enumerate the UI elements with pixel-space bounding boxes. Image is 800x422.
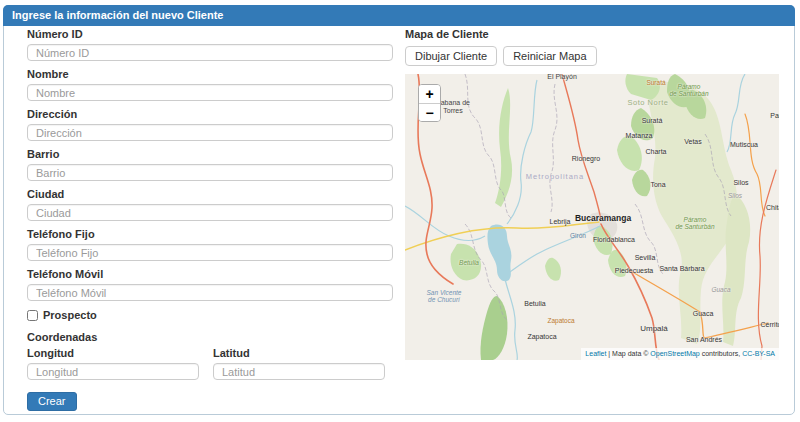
latitud-input[interactable] — [213, 363, 385, 380]
field-numero-id: Número ID — [27, 29, 393, 61]
field-telefono-fijo: Teléfono Fijo — [27, 229, 393, 261]
panel-title: Ingrese la información del nuevo Cliente — [3, 5, 795, 26]
direccion-input[interactable] — [27, 124, 393, 141]
dibujar-cliente-button[interactable]: Dibujar Cliente — [405, 46, 497, 66]
client-form: Número ID Nombre Dirección Barrio Ciudad… — [27, 29, 393, 411]
attribution-text-1: | Map data © — [606, 350, 650, 357]
attribution-text-2: contributors, — [700, 350, 742, 357]
new-client-panel: Ingrese la información del nuevo Cliente… — [3, 5, 795, 415]
license-link[interactable]: CC-BY-SA — [742, 350, 775, 357]
prospecto-checkbox[interactable] — [27, 310, 38, 321]
latitud-label: Latitud — [213, 348, 385, 359]
map-buttons: Dibujar Cliente Reiniciar Mapa — [405, 46, 779, 66]
numero-id-label: Número ID — [27, 29, 393, 40]
telefono-fijo-label: Teléfono Fijo — [27, 229, 393, 240]
leaflet-map[interactable]: El PlayónSabana de TorresSoto NorteSurat… — [405, 74, 779, 360]
coordenadas-title: Coordenadas — [27, 332, 393, 343]
openstreetmap-link[interactable]: OpenStreetMap — [650, 350, 699, 357]
ciudad-label: Ciudad — [27, 189, 393, 200]
numero-id-input[interactable] — [27, 44, 393, 61]
field-nombre: Nombre — [27, 69, 393, 101]
zoom-out-button[interactable]: − — [419, 103, 440, 121]
zoom-in-button[interactable]: + — [419, 85, 440, 103]
map-zoom-control: + − — [418, 84, 441, 122]
field-ciudad: Ciudad — [27, 189, 393, 221]
field-barrio: Barrio — [27, 149, 393, 181]
map-section: Mapa de Cliente Dibujar Cliente Reinicia… — [405, 29, 779, 360]
nombre-input[interactable] — [27, 84, 393, 101]
crear-button[interactable]: Crear — [27, 392, 77, 411]
map-tiles — [405, 74, 779, 360]
prospecto-row: Prospecto — [27, 309, 393, 322]
map-attribution: Leaflet | Map data © OpenStreetMap contr… — [581, 348, 779, 360]
longitud-input[interactable] — [27, 363, 199, 380]
reiniciar-mapa-button[interactable]: Reiniciar Mapa — [503, 46, 596, 66]
field-direccion: Dirección — [27, 109, 393, 141]
field-latitud: Latitud — [213, 348, 385, 380]
prospecto-label: Prospecto — [43, 309, 97, 322]
ciudad-input[interactable] — [27, 204, 393, 221]
longitud-label: Longitud — [27, 348, 199, 359]
telefono-movil-label: Teléfono Móvil — [27, 269, 393, 280]
coordinates-row: Longitud Latitud — [27, 348, 393, 380]
direccion-label: Dirección — [27, 109, 393, 120]
field-telefono-movil: Teléfono Móvil — [27, 269, 393, 301]
map-title: Mapa de Cliente — [405, 29, 779, 40]
field-longitud: Longitud — [27, 348, 199, 380]
nombre-label: Nombre — [27, 69, 393, 80]
leaflet-link[interactable]: Leaflet — [585, 350, 606, 357]
telefono-fijo-input[interactable] — [27, 244, 393, 261]
telefono-movil-input[interactable] — [27, 284, 393, 301]
barrio-label: Barrio — [27, 149, 393, 160]
barrio-input[interactable] — [27, 164, 393, 181]
